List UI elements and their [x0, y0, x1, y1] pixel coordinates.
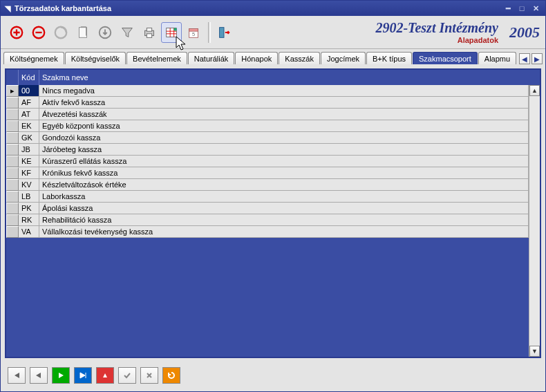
row-name-cell[interactable]: Kúraszerű ellátás kassza — [39, 156, 529, 167]
table-row[interactable]: VAVállalkozási tevékenység kassza — [6, 226, 529, 238]
row-selector[interactable] — [6, 132, 19, 144]
row-code-cell[interactable]: 00 — [19, 85, 39, 97]
vertical-scrollbar[interactable]: ▲ ▼ — [529, 85, 540, 357]
tab-hónapok[interactable]: Hónapok — [235, 52, 278, 64]
table-row[interactable]: LBLaborkassza — [6, 191, 529, 203]
row-selector[interactable] — [6, 214, 19, 226]
row-code-cell[interactable]: PK — [19, 203, 39, 214]
download-button[interactable] — [95, 22, 115, 43]
row-selector[interactable] — [6, 179, 19, 191]
tab-költségviselők[interactable]: Költségviselők — [65, 52, 126, 64]
row-name-cell[interactable]: Krónikus fekvő kassza — [39, 167, 529, 179]
row-code-cell[interactable]: AF — [19, 97, 39, 109]
toolbar-separator — [208, 22, 211, 43]
row-selector[interactable] — [6, 120, 19, 132]
row-code-cell[interactable]: KE — [19, 156, 39, 167]
tab-scroll-right-button[interactable]: ▶ — [531, 53, 543, 64]
nav-refresh-button[interactable] — [162, 367, 180, 384]
tab-scroll-left-button[interactable]: ◀ — [519, 53, 530, 64]
row-code-cell[interactable]: KF — [19, 167, 39, 179]
table-row[interactable]: JBJáróbeteg kassza — [6, 144, 529, 156]
nav-next-button[interactable] — [52, 367, 70, 384]
row-name-cell[interactable]: Készletváltozások értéke — [39, 179, 529, 191]
row-code-cell[interactable]: JB — [19, 144, 39, 156]
table-row[interactable]: RKRehabilitáció kassza — [6, 214, 529, 226]
row-code-cell[interactable]: LB — [19, 191, 39, 203]
row-selector[interactable] — [6, 144, 19, 156]
row-name-cell[interactable]: Átvezetési kasszák — [39, 109, 529, 120]
row-code-cell[interactable]: KV — [19, 179, 39, 191]
table-row[interactable]: AFAktív fekvő kassza — [6, 97, 529, 109]
tab-kasszák[interactable]: Kasszák — [279, 52, 320, 64]
row-code-cell[interactable]: AT — [19, 109, 39, 120]
table-row[interactable]: EKEgyéb központi kassza — [6, 120, 529, 132]
row-name-cell[interactable]: Egyéb központi kassza — [39, 120, 529, 132]
table-row[interactable]: PKÁpolási kassza — [6, 203, 529, 214]
refresh-icon — [53, 25, 68, 40]
nav-first-button[interactable] — [8, 367, 26, 384]
minimize-button[interactable]: ━ — [502, 3, 514, 13]
row-selector[interactable] — [6, 226, 19, 238]
tab-jogcímek[interactable]: Jogcímek — [321, 52, 366, 64]
row-selector[interactable] — [6, 97, 19, 109]
spreadsheet-button[interactable] — [161, 22, 182, 43]
table-row[interactable]: ▸00Nincs megadva — [6, 85, 529, 97]
tab-naturáliák[interactable]: Naturáliák — [188, 52, 235, 64]
tab-alapmu[interactable]: Alapmu — [478, 52, 516, 64]
row-name-cell[interactable]: Rehabilitáció kassza — [39, 214, 529, 226]
nav-insert-button[interactable] — [96, 367, 114, 384]
row-selector[interactable] — [6, 109, 19, 120]
tab-b+k típus[interactable]: B+K típus — [366, 52, 412, 64]
nav-cancel-button[interactable] — [140, 367, 158, 384]
row-name-cell[interactable]: Járóbeteg kassza — [39, 144, 529, 156]
refresh-button[interactable] — [50, 22, 71, 43]
grid-header-code[interactable]: Kód — [19, 70, 39, 85]
row-name-cell[interactable]: Gondozói kassza — [39, 132, 529, 144]
row-name-cell[interactable]: Ápolási kassza — [39, 203, 529, 214]
delete-button[interactable] — [28, 22, 49, 43]
row-selector[interactable] — [6, 167, 19, 179]
row-selector[interactable]: ▸ — [6, 85, 19, 97]
tab-szakmacsoport[interactable]: Szakmacsoport — [413, 52, 478, 64]
table-row[interactable]: ATÁtvezetési kasszák — [6, 109, 529, 120]
maximize-button[interactable]: □ — [516, 3, 527, 13]
tab-bevételnemek[interactable]: Bevételnemek — [126, 52, 187, 64]
nav-check-button[interactable] — [118, 367, 136, 384]
row-selector[interactable] — [6, 156, 19, 167]
svg-text:5: 5 — [192, 30, 195, 37]
close-button[interactable]: ✕ — [530, 3, 541, 13]
print-icon — [142, 25, 157, 40]
row-selector[interactable] — [6, 203, 19, 214]
exit-button[interactable] — [214, 22, 234, 43]
scroll-track[interactable] — [529, 96, 540, 346]
scroll-up-button[interactable]: ▲ — [529, 85, 540, 96]
filter-button[interactable] — [117, 22, 138, 43]
scroll-down-button[interactable]: ▼ — [529, 346, 540, 357]
nav-prev-button[interactable] — [30, 367, 48, 384]
row-name-cell[interactable]: Nincs megadva — [39, 85, 529, 97]
row-name-cell[interactable]: Aktív fekvő kassza — [39, 97, 529, 109]
grid-header-selector — [6, 70, 19, 85]
subtitle: Alapadatok — [458, 36, 498, 44]
row-code-cell[interactable]: VA — [19, 226, 39, 238]
table-row[interactable]: GKGondozói kassza — [6, 132, 529, 144]
tab-bar: KöltségnemekKöltségviselőkBevételnemekNa… — [1, 49, 545, 64]
row-code-cell[interactable]: RK — [19, 214, 39, 226]
row-selector[interactable] — [6, 191, 19, 203]
row-name-cell[interactable]: Vállalkozási tevékenység kassza — [39, 226, 529, 238]
row-code-cell[interactable]: GK — [19, 132, 39, 144]
print-button[interactable] — [139, 22, 160, 43]
copy-button[interactable] — [73, 22, 93, 43]
table-row[interactable]: KEKúraszerű ellátás kassza — [6, 156, 529, 167]
table-row[interactable]: KFKrónikus fekvő kassza — [6, 167, 529, 179]
grid-header-name[interactable]: Szakma neve — [39, 73, 540, 82]
row-code-cell[interactable]: EK — [19, 120, 39, 132]
tab-költségnemek[interactable]: Költségnemek — [3, 52, 64, 64]
row-name-cell[interactable]: Laborkassza — [39, 191, 529, 203]
table-row[interactable]: KVKészletváltozások értéke — [6, 179, 529, 191]
nav-last-button[interactable] — [74, 367, 92, 384]
calendar-button[interactable]: 5 — [183, 22, 204, 43]
toolbar: 5 2902-Teszt Intézmény Alapadatok 2005 — [1, 16, 545, 49]
add-button[interactable] — [6, 22, 27, 43]
delete-icon — [31, 25, 46, 40]
